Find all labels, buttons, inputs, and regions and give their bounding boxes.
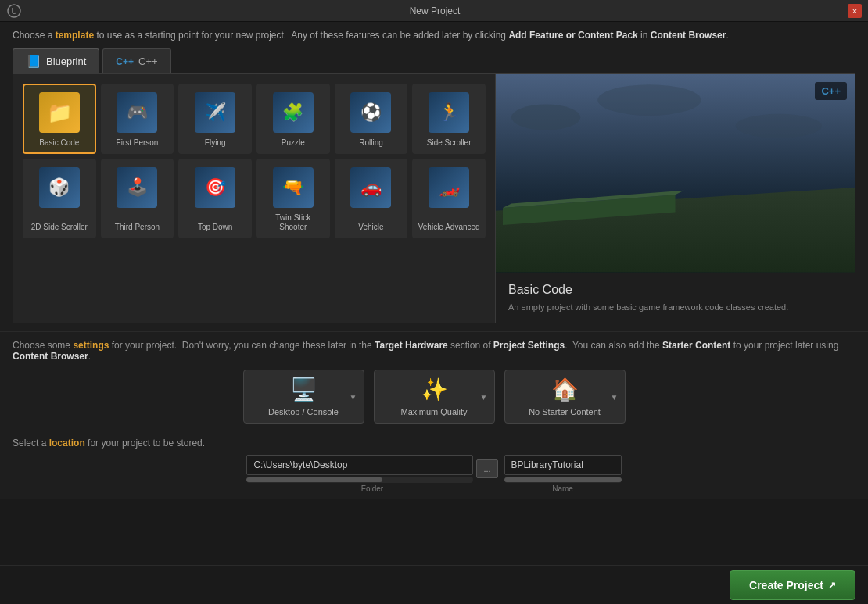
add-feature-link: Add Feature or Content Pack [508, 30, 637, 41]
cursor-icon: ↗ [828, 580, 836, 591]
template-third-person[interactable]: 🕹️ Third Person [101, 159, 174, 238]
template-vehicle-advanced[interactable]: 🏎️ Vehicle Advanced [412, 159, 486, 238]
flying-icon-wrapper: ✈️ [192, 90, 238, 135]
vehicle-icon-wrapper: 🚗 [348, 165, 393, 210]
twin-stick-icon-wrapper: 🔫 [271, 165, 316, 210]
no-starter-arrow: ▼ [611, 392, 619, 401]
location-text: Select a location for your project to be… [13, 438, 855, 449]
flying-icon: ✈️ [195, 92, 235, 133]
first-person-icon-wrapper: 🎮 [114, 90, 160, 135]
preview-description: An empty project with some basic game fr… [508, 302, 842, 313]
close-button[interactable]: × [848, 4, 862, 18]
project-settings-link: Project Settings [493, 340, 565, 351]
twin-stick-icon: 🔫 [273, 167, 314, 208]
twin-stick-label: Twin Stick Shooter [261, 213, 325, 232]
preview-info: Basic Code An empty project with some ba… [496, 273, 855, 323]
vehicle-adv-icon: 🏎️ [429, 167, 469, 208]
starter-content-link: Starter Content [662, 340, 730, 351]
side-scroller-icon-wrapper: 🏃 [426, 90, 472, 135]
name-scrollbar [504, 477, 622, 483]
max-quality-label: Maximum Quality [401, 407, 468, 416]
vehicle-icon: 🚗 [350, 167, 391, 208]
basic-code-icon-wrapper: 📁 [37, 90, 82, 135]
template-area: 📁 Basic Code 🎮 First Person ✈️ Flying [13, 73, 855, 323]
tab-cpp[interactable]: C++ C++ [102, 48, 170, 73]
settings-highlight: settings [73, 340, 109, 351]
blueprint-icon: 📘 [26, 54, 41, 69]
top-down-icon: 🎯 [195, 167, 235, 208]
intro-text: Choose a template to use as a starting p… [13, 30, 855, 41]
location-section: Select a location for your project to be… [0, 431, 868, 499]
max-quality-icon: ✨ [421, 377, 448, 402]
svg-point-5 [736, 114, 822, 138]
max-quality-arrow: ▼ [480, 392, 488, 401]
template-highlight: template [56, 30, 94, 41]
template-twin-stick-shooter[interactable]: 🔫 Twin Stick Shooter [256, 159, 330, 238]
folder-label: Folder [361, 484, 383, 493]
location-highlight: location [49, 438, 85, 449]
title-bar: U New Project × [0, 0, 868, 22]
side-scroller-icon: 🏃 [429, 92, 469, 133]
rolling-icon: ⚽ [350, 92, 391, 133]
no-starter-button[interactable]: 🏠 No Starter Content ▼ [504, 370, 626, 424]
template-2d-side-scroller[interactable]: 🎲 2D Side Scroller [23, 159, 96, 238]
create-project-label: Create Project [749, 579, 823, 591]
template-vehicle[interactable]: 🚗 Vehicle [335, 159, 408, 238]
folder-input[interactable] [246, 455, 473, 475]
template-grid: 📁 Basic Code 🎮 First Person ✈️ Flying [13, 74, 495, 323]
template-flying[interactable]: ✈️ Flying [178, 84, 252, 154]
tab-blueprint-label: Blueprint [46, 55, 86, 67]
template-side-scroller[interactable]: 🏃 Side Scroller [412, 84, 486, 154]
template-top-down[interactable]: 🎯 Top Down [178, 159, 252, 238]
third-person-icon-wrapper: 🕹️ [114, 165, 160, 210]
vehicle-label: Vehicle [358, 223, 383, 232]
content-browser-link: Content Browser [651, 30, 726, 41]
name-group: Name [504, 455, 622, 493]
name-input[interactable] [504, 455, 622, 475]
third-person-icon: 🕹️ [117, 167, 157, 208]
name-input-row [504, 455, 622, 483]
preview-title: Basic Code [508, 283, 842, 297]
no-starter-icon: 🏠 [551, 377, 579, 402]
folder-browse-button[interactable]: ... [476, 459, 497, 478]
window-title: New Project [22, 5, 848, 16]
2d-side-scroller-icon: 🎲 [39, 167, 80, 208]
no-starter-label: No Starter Content [529, 407, 601, 416]
preview-image: C++ [496, 74, 855, 273]
third-person-label: Third Person [115, 223, 160, 232]
template-basic-code[interactable]: 📁 Basic Code [23, 84, 96, 154]
top-down-label: Top Down [198, 223, 232, 232]
cpp-icon: C++ [116, 56, 134, 67]
side-scroller-label: Side Scroller [427, 138, 472, 148]
2d-side-scroller-label: 2D Side Scroller [31, 223, 88, 232]
svg-point-3 [511, 105, 580, 130]
cpp-preview-badge: C++ [815, 82, 847, 100]
create-project-button[interactable]: Create Project ↗ [730, 570, 855, 600]
tab-blueprint[interactable]: 📘 Blueprint [13, 48, 99, 73]
desktop-console-button[interactable]: 🖥️ Desktop / Console ▼ [243, 370, 364, 424]
desktop-console-arrow: ▼ [350, 392, 357, 401]
max-quality-button[interactable]: ✨ Maximum Quality ▼ [374, 370, 495, 424]
svg-point-4 [597, 84, 701, 116]
basic-code-label: Basic Code [39, 138, 79, 148]
name-input-container [504, 455, 622, 483]
template-rolling[interactable]: ⚽ Rolling [335, 84, 408, 154]
top-down-icon-wrapper: 🎯 [192, 165, 238, 210]
settings-section: Choose some settings for your project. D… [0, 331, 868, 431]
puzzle-label: Puzzle [282, 138, 305, 148]
desktop-console-icon: 🖥️ [290, 377, 317, 402]
template-first-person[interactable]: 🎮 First Person [101, 84, 174, 154]
preview-scene-svg [496, 74, 855, 273]
tab-cpp-label: C++ [138, 55, 158, 67]
bottom-bar: Create Project ↗ [0, 565, 868, 604]
preview-panel: C++ Basic Code An empty project with som… [495, 74, 855, 323]
template-puzzle[interactable]: 🧩 Puzzle [256, 84, 330, 154]
vehicle-adv-label: Vehicle Advanced [418, 223, 480, 232]
settings-text: Choose some settings for your project. D… [13, 340, 855, 362]
rolling-icon-wrapper: ⚽ [348, 90, 393, 135]
first-person-label: First Person [117, 138, 159, 148]
name-label: Name [552, 484, 573, 493]
desktop-console-label: Desktop / Console [268, 407, 339, 416]
folder-input-row: ... [246, 455, 497, 483]
main-content: Choose a template to use as a starting p… [0, 22, 868, 331]
